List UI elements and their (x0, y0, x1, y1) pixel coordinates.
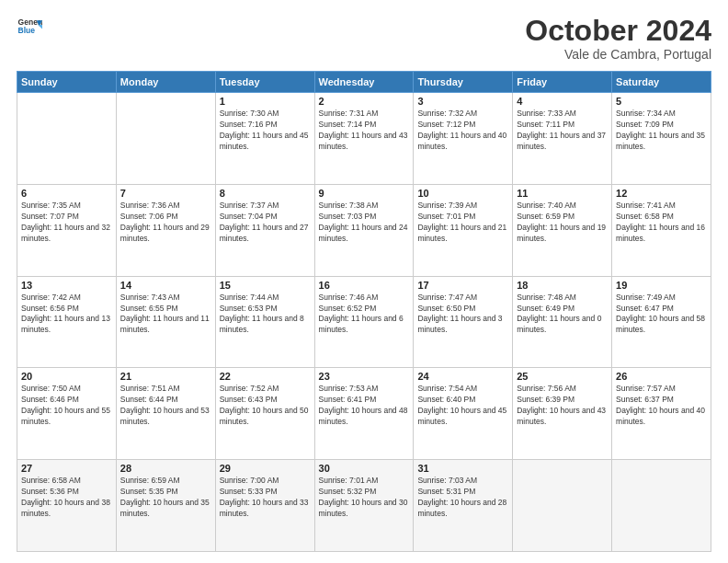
title-block: October 2024 Vale de Cambra, Portugal (525, 15, 711, 62)
sunrise-text: Sunrise: 7:00 AM (220, 476, 311, 487)
day-info: Sunrise: 7:03 AMSunset: 5:31 PMDaylight:… (417, 476, 508, 520)
day-info: Sunrise: 7:51 AMSunset: 6:44 PMDaylight:… (120, 384, 211, 428)
sunrise-text: Sunrise: 7:57 AM (616, 384, 707, 395)
day-number: 23 (319, 371, 410, 382)
sunrise-text: Sunrise: 7:30 AM (220, 109, 311, 120)
day-info: Sunrise: 7:37 AMSunset: 7:04 PMDaylight:… (220, 201, 311, 245)
sunset-text: Sunset: 5:36 PM (21, 487, 112, 498)
sunrise-text: Sunrise: 7:34 AM (616, 109, 707, 120)
day-info: Sunrise: 7:52 AMSunset: 6:43 PMDaylight:… (220, 384, 311, 428)
sunset-text: Sunset: 7:06 PM (120, 212, 211, 223)
sunrise-text: Sunrise: 7:49 AM (616, 293, 707, 304)
daylight-text: Daylight: 10 hours and 45 minutes. (417, 406, 508, 428)
day-info: Sunrise: 7:47 AMSunset: 6:50 PMDaylight:… (417, 293, 508, 337)
sunrise-text: Sunrise: 6:58 AM (21, 476, 112, 487)
calendar-week-4: 20Sunrise: 7:50 AMSunset: 6:46 PMDayligh… (17, 368, 711, 460)
day-info: Sunrise: 7:36 AMSunset: 7:06 PMDaylight:… (120, 201, 211, 245)
table-row: 20Sunrise: 7:50 AMSunset: 6:46 PMDayligh… (17, 368, 117, 460)
table-row: 19Sunrise: 7:49 AMSunset: 6:47 PMDayligh… (612, 276, 711, 368)
sunrise-text: Sunrise: 7:46 AM (319, 293, 410, 304)
table-row (513, 460, 612, 552)
table-row: 18Sunrise: 7:48 AMSunset: 6:49 PMDayligh… (513, 276, 612, 368)
day-info: Sunrise: 7:35 AMSunset: 7:07 PMDaylight:… (21, 201, 112, 245)
sunset-text: Sunset: 7:07 PM (21, 212, 112, 223)
day-info: Sunrise: 7:39 AMSunset: 7:01 PMDaylight:… (417, 201, 508, 245)
day-info: Sunrise: 7:32 AMSunset: 7:12 PMDaylight:… (417, 109, 508, 153)
sunrise-text: Sunrise: 7:56 AM (517, 384, 608, 395)
sunrise-text: Sunrise: 7:54 AM (417, 384, 508, 395)
day-number: 5 (616, 96, 707, 107)
daylight-text: Daylight: 10 hours and 33 minutes. (220, 498, 311, 520)
calendar-page: General Blue General Blue October 2024 V… (0, 0, 728, 563)
table-row: 31Sunrise: 7:03 AMSunset: 5:31 PMDayligh… (414, 460, 513, 552)
daylight-text: Daylight: 11 hours and 40 minutes. (417, 131, 508, 153)
day-info: Sunrise: 7:44 AMSunset: 6:53 PMDaylight:… (220, 293, 311, 337)
day-info: Sunrise: 7:50 AMSunset: 6:46 PMDaylight:… (21, 384, 112, 428)
day-info: Sunrise: 6:59 AMSunset: 5:35 PMDaylight:… (120, 476, 211, 520)
sunset-text: Sunset: 6:50 PM (417, 304, 508, 315)
day-info: Sunrise: 6:58 AMSunset: 5:36 PMDaylight:… (21, 476, 112, 520)
table-row: 3Sunrise: 7:32 AMSunset: 7:12 PMDaylight… (414, 93, 513, 185)
table-row (116, 93, 215, 185)
sunset-text: Sunset: 6:43 PM (220, 395, 311, 406)
sunset-text: Sunset: 6:58 PM (616, 212, 707, 223)
sunset-text: Sunset: 7:04 PM (220, 212, 311, 223)
sunset-text: Sunset: 6:44 PM (120, 395, 211, 406)
sunset-text: Sunset: 7:01 PM (417, 212, 508, 223)
table-row: 22Sunrise: 7:52 AMSunset: 6:43 PMDayligh… (215, 368, 314, 460)
day-number: 22 (220, 371, 311, 382)
day-info: Sunrise: 7:54 AMSunset: 6:40 PMDaylight:… (417, 384, 508, 428)
table-row: 30Sunrise: 7:01 AMSunset: 5:32 PMDayligh… (314, 460, 414, 552)
sunset-text: Sunset: 6:40 PM (417, 395, 508, 406)
sunrise-text: Sunrise: 7:03 AM (417, 476, 508, 487)
day-info: Sunrise: 7:40 AMSunset: 6:59 PMDaylight:… (517, 201, 608, 245)
day-info: Sunrise: 7:43 AMSunset: 6:55 PMDaylight:… (120, 293, 211, 337)
calendar-week-2: 6Sunrise: 7:35 AMSunset: 7:07 PMDaylight… (17, 184, 711, 276)
sunrise-text: Sunrise: 7:40 AM (517, 201, 608, 212)
day-info: Sunrise: 7:38 AMSunset: 7:03 PMDaylight:… (319, 201, 410, 245)
table-row (612, 460, 711, 552)
sunset-text: Sunset: 6:56 PM (21, 304, 112, 315)
table-row: 5Sunrise: 7:34 AMSunset: 7:09 PMDaylight… (612, 93, 711, 185)
daylight-text: Daylight: 10 hours and 40 minutes. (616, 406, 707, 428)
table-row: 16Sunrise: 7:46 AMSunset: 6:52 PMDayligh… (314, 276, 414, 368)
table-row: 29Sunrise: 7:00 AMSunset: 5:33 PMDayligh… (215, 460, 314, 552)
day-info: Sunrise: 7:49 AMSunset: 6:47 PMDaylight:… (616, 293, 707, 337)
sunrise-text: Sunrise: 7:41 AM (616, 201, 707, 212)
table-row: 2Sunrise: 7:31 AMSunset: 7:14 PMDaylight… (314, 93, 414, 185)
month-title: October 2024 (525, 15, 711, 47)
daylight-text: Daylight: 11 hours and 6 minutes. (319, 314, 410, 336)
day-number: 26 (616, 371, 707, 382)
table-row: 6Sunrise: 7:35 AMSunset: 7:07 PMDaylight… (17, 184, 117, 276)
daylight-text: Daylight: 11 hours and 24 minutes. (319, 223, 410, 245)
header-sunday: Sunday (17, 72, 117, 93)
sunset-text: Sunset: 6:37 PM (616, 395, 707, 406)
table-row: 13Sunrise: 7:42 AMSunset: 6:56 PMDayligh… (17, 276, 117, 368)
header-friday: Friday (513, 72, 612, 93)
logo: General Blue General Blue (17, 15, 42, 40)
sunset-text: Sunset: 5:35 PM (120, 487, 211, 498)
sunrise-text: Sunrise: 7:38 AM (319, 201, 410, 212)
sunset-text: Sunset: 6:49 PM (517, 304, 608, 315)
daylight-text: Daylight: 10 hours and 50 minutes. (220, 406, 311, 428)
day-number: 17 (417, 280, 508, 291)
day-number: 29 (220, 463, 311, 474)
sunrise-text: Sunrise: 7:42 AM (21, 293, 112, 304)
day-number: 20 (21, 371, 112, 382)
day-info: Sunrise: 7:34 AMSunset: 7:09 PMDaylight:… (616, 109, 707, 153)
table-row: 1Sunrise: 7:30 AMSunset: 7:16 PMDaylight… (215, 93, 314, 185)
sunset-text: Sunset: 7:14 PM (319, 120, 410, 131)
sunset-text: Sunset: 7:12 PM (417, 120, 508, 131)
calendar-header-row: Sunday Monday Tuesday Wednesday Thursday… (17, 72, 711, 93)
day-number: 14 (120, 280, 211, 291)
sunrise-text: Sunrise: 7:52 AM (220, 384, 311, 395)
sunset-text: Sunset: 6:53 PM (220, 304, 311, 315)
table-row (17, 93, 117, 185)
sunset-text: Sunset: 6:41 PM (319, 395, 410, 406)
day-number: 9 (319, 188, 410, 199)
sunset-text: Sunset: 6:39 PM (517, 395, 608, 406)
calendar-table: Sunday Monday Tuesday Wednesday Thursday… (17, 71, 711, 552)
sunrise-text: Sunrise: 7:33 AM (517, 109, 608, 120)
daylight-text: Daylight: 11 hours and 27 minutes. (220, 223, 311, 245)
sunset-text: Sunset: 7:09 PM (616, 120, 707, 131)
